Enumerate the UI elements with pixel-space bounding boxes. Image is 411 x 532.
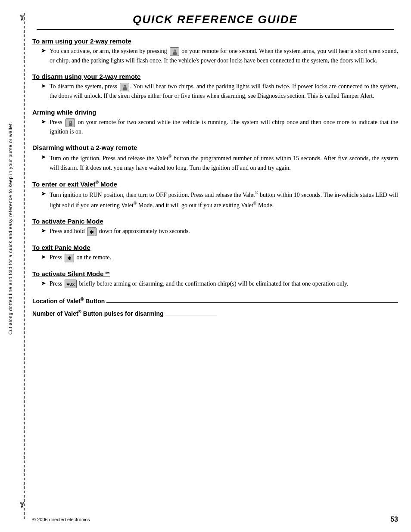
svg-rect-1: [123, 87, 127, 90]
section-arming-driving: Arming while driving ➤ Press on your rem…: [32, 109, 398, 136]
bullet-arm-2way: ➤ You can activate, or arm, the system b…: [41, 47, 398, 65]
number-pulses-label: Number of Valet® Button pulses for disar…: [32, 309, 164, 317]
aux-icon-silent: AUX: [65, 280, 77, 288]
bullet-arrow: ➤: [41, 47, 46, 54]
bullet-disarm-2way: ➤ To disarm the system, press . You will…: [41, 82, 398, 100]
bullet-text-arming-driving: Press on your remote for two second whil…: [50, 118, 398, 136]
heading-disarming-no-remote: Disarming without a 2-way remote: [32, 144, 398, 151]
page-title: QUICK REFERENCE GUIDE: [37, 13, 394, 30]
heading-disarm-2way: To disarm using your 2-way remote: [32, 73, 398, 80]
location-label: Location of Valet® Button: [32, 297, 105, 305]
bullet-arrow: ➤: [41, 153, 46, 161]
sidebar-text: Cut along dotted line and fold for a qui…: [8, 34, 20, 422]
bullet-arrow: ➤: [41, 118, 46, 125]
section-disarming-no-remote: Disarming without a 2-way remote ➤ Turn …: [32, 144, 398, 172]
bullet-text-arm-2way: You can activate, or arm, the system by …: [50, 47, 398, 65]
bullet-silent-mode: ➤ Press AUX briefly before arming or dis…: [41, 279, 398, 289]
page-footer: © 2006 directed electronics 53: [32, 516, 398, 523]
bullet-arming-driving: ➤ Press on your remote for two second wh…: [41, 118, 398, 136]
bullet-text-exit-panic: Press ✱ on the remote.: [50, 253, 111, 262]
section-exit-panic: To exit Panic Mode ➤ Press ✱ on the remo…: [32, 244, 398, 262]
svg-rect-2: [69, 123, 72, 126]
location-underline: [106, 296, 398, 303]
bullet-disarming-no-remote: ➤ Turn on the ignition. Press and releas…: [41, 153, 398, 172]
scissors-bottom-icon: ✂: [17, 502, 27, 509]
footer-copyright: © 2006 directed electronics: [32, 517, 90, 522]
bullet-panic-mode: ➤ Press and hold ✱ down for approximatel…: [41, 227, 398, 236]
bullet-arrow: ➤: [41, 227, 46, 234]
bullet-valet-mode: ➤ Turn ignition to RUN position, then tu…: [41, 190, 398, 210]
heading-exit-panic: To exit Panic Mode: [32, 244, 398, 251]
location-valet-section: Location of Valet® Button: [32, 296, 398, 304]
main-content: QUICK REFERENCE GUIDE To arm using your …: [32, 0, 398, 334]
star-icon-exit: ✱: [65, 254, 74, 262]
number-pulses-underline: [165, 308, 217, 315]
bullet-text-panic-mode: Press and hold ✱ down for approximately …: [50, 227, 190, 236]
bullet-arrow: ➤: [41, 280, 46, 287]
lock-icon-driving: [65, 118, 75, 127]
bullet-arrow: ➤: [41, 82, 46, 90]
bullet-exit-panic: ➤ Press ✱ on the remote.: [41, 253, 398, 262]
section-disarm-2way: To disarm using your 2-way remote ➤ To d…: [32, 73, 398, 100]
lock-icon-arm: [170, 47, 179, 56]
lock-icon-disarm: [120, 83, 129, 91]
page-wrapper: ✂ ✂ Cut along dotted line and fold for a…: [0, 0, 411, 532]
heading-arming-driving: Arming while driving: [32, 109, 398, 116]
bullet-text-disarm-2way: To disarm the system, press . You will h…: [50, 82, 398, 100]
heading-silent-mode: To activate Silent Mode™: [32, 270, 398, 277]
cut-line: [24, 13, 25, 519]
number-pulses-section: Number of Valet® Button pulses for disar…: [32, 308, 398, 317]
section-panic-mode: To activate Panic Mode ➤ Press and hold …: [32, 218, 398, 236]
bullet-text-valet-mode: Turn ignition to RUN position, then turn…: [50, 190, 398, 210]
page-number: 53: [390, 516, 398, 523]
bullet-text-silent-mode: Press AUX briefly before arming or disar…: [50, 279, 349, 289]
bullet-text-disarming-no-remote: Turn on the ignition. Press and release …: [50, 153, 398, 172]
heading-valet-mode: To enter or exit Valet® Mode: [32, 180, 398, 188]
section-silent-mode: To activate Silent Mode™ ➤ Press AUX bri…: [32, 270, 398, 289]
section-arm-2way: To arm using your 2-way remote ➤ You can…: [32, 37, 398, 65]
bullet-arrow: ➤: [41, 253, 46, 261]
bullet-arrow: ➤: [41, 190, 46, 197]
svg-rect-0: [173, 52, 177, 55]
star-icon-panic: ✱: [87, 227, 97, 236]
section-valet-mode: To enter or exit Valet® Mode ➤ Turn igni…: [32, 180, 398, 210]
heading-arm-2way: To arm using your 2-way remote: [32, 37, 398, 45]
scissors-top-icon: ✂: [17, 15, 27, 22]
heading-panic-mode: To activate Panic Mode: [32, 218, 398, 225]
